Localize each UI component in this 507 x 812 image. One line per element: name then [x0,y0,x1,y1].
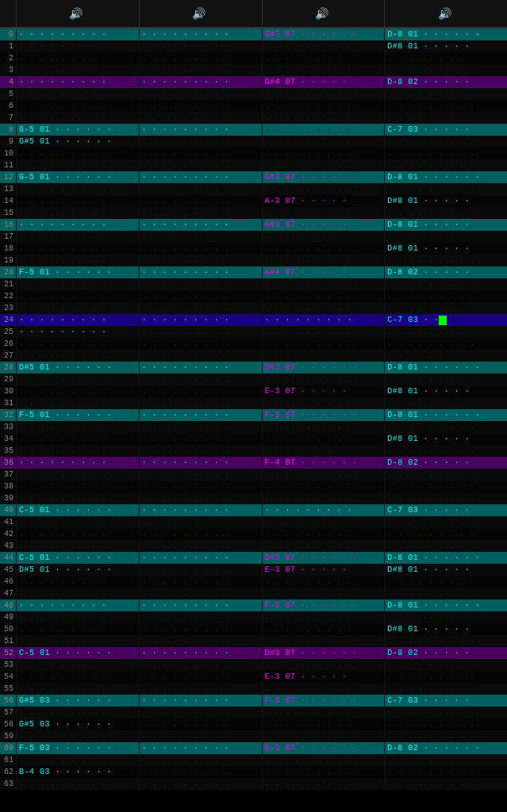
cell-ch2[interactable]: . . . . . . . . . [139,766,262,778]
cell-ch1[interactable]: · · · · · · · · · [16,457,139,469]
cell-ch2[interactable]: . . . . . . . . . [139,100,262,112]
cell-ch4[interactable]: D-8 01 · · · · · · [384,29,507,40]
cell-ch2[interactable]: . . . . . . . . . [139,730,262,742]
tracker-row[interactable]: 28D#5 01 · · · · · ·· · · · · · · · ·D#3… [0,362,507,373]
cell-ch2[interactable]: · · · · · · · · · [139,409,262,421]
cell-ch3[interactable]: . . . . . . . . . [262,100,385,112]
cell-ch2[interactable]: · · · · · · · · · [139,29,262,40]
tracker-row[interactable]: 55. . . . . . . . .. . . . . . . . .. . … [0,683,507,695]
cell-ch4[interactable]: D-8 01 · · · · · · [384,362,507,373]
cell-ch2[interactable]: . . . . . . . . . [139,207,262,219]
cell-ch1[interactable]: . . . . . . . . . [16,290,139,302]
tracker-row[interactable]: 35. . . . . . . . .. . . . . . . . .. . … [0,445,507,457]
cell-ch4[interactable]: . . . . . . . . . [384,112,507,124]
tracker-row[interactable]: 7. . . . . . . . .. . . . . . . . .. . .… [0,112,507,124]
tracker-row[interactable]: 2. . . . . . . . .. . . . . . . . .. . .… [0,52,507,64]
cell-ch2[interactable]: . . . . . . . . . [139,88,262,100]
cell-ch1[interactable]: G#5 01 · · · · · · [16,136,139,147]
cell-ch2[interactable]: . . . . . . . . . [139,481,262,492]
cell-ch2[interactable]: . . . . . . . . . [139,350,262,362]
cell-ch3[interactable]: . . . . . . . . . [262,159,385,171]
cell-ch2[interactable]: . . . . . . . . . [139,659,262,671]
channel-header-duty2[interactable]: 🔊 [139,0,262,27]
cell-ch1[interactable]: . . . . . . . . . [16,516,139,528]
cell-ch2[interactable]: · · · · · · · · · [139,552,262,564]
cell-ch1[interactable]: . . . . . . . . . [16,338,139,350]
cell-ch1[interactable]: · · · · · · · · · [16,314,139,326]
cell-ch4[interactable]: . . . . . . . . . [384,718,507,730]
cell-ch2[interactable]: . . . . . . . . . [139,433,262,445]
tracker-row[interactable]: 9G#5 01 · · · · · ·. . . . . . . . .. . … [0,136,507,147]
cell-ch2[interactable]: . . . . . . . . . [139,159,262,171]
cell-ch1[interactable]: . . . . . . . . . [16,243,139,255]
cell-ch1[interactable]: . . . . . . . . . [16,385,139,397]
tracker-row[interactable]: 12G-5 01 · · · · · ·· · · · · · · · ·G#3… [0,171,507,183]
tracker-row[interactable]: 38. . . . . . . . .. . . . . . . . .. . … [0,481,507,492]
cell-ch1[interactable]: . . . . . . . . . [16,195,139,207]
cell-ch4[interactable]: . . . . . . . . . [384,516,507,528]
cell-ch3[interactable]: . . . . . . . . . [262,469,385,481]
cell-ch4[interactable]: . . . . . . . . . [384,778,507,790]
tracker-row[interactable]: 31. . . . . . . . .. . . . . . . . .. . … [0,397,507,409]
tracker-row[interactable]: 40C-5 01 · · · · · ·· · · · · · · · ·· ·… [0,504,507,516]
cell-ch3[interactable]: . . . . . . . . . [262,635,385,647]
cell-ch3[interactable]: F-4 07 · · · · · · [262,457,385,469]
cell-ch3[interactable]: . . . . . . . . . [262,290,385,302]
tracker-row[interactable]: 1· · · · · · · · ·· · · · · · · · ·· · ·… [0,40,507,52]
cell-ch2[interactable]: . . . . . . . . . [139,385,262,397]
tracker-row[interactable]: 41. . . . . . . . .. . . . . . . . .. . … [0,516,507,528]
cell-ch3[interactable]: . . . . . . . . . [262,683,385,695]
cell-ch1[interactable]: C-5 01 · · · · · · [16,552,139,564]
cell-ch1[interactable]: . . . . . . . . . [16,159,139,171]
cell-ch1[interactable]: G#5 03 · · · · · · [16,695,139,707]
cell-ch3[interactable]: D#3 07 · · · · · · [262,362,385,373]
tracker-row[interactable]: 48· · · · · · · · ·· · · · · · · · ·F-3 … [0,599,507,611]
cell-ch4[interactable]: . . . . . . . . . [384,730,507,742]
tracker-row[interactable]: 11. . . . . . . . .. . . . . . . . .. . … [0,159,507,171]
cell-ch4[interactable]: . . . . . . . . . [384,469,507,481]
cell-ch2[interactable]: · · · · · · · · · [139,362,262,373]
cell-ch2[interactable]: . . . . . . . . . [139,611,262,623]
cell-ch3[interactable]: . . . . . . . . . [262,766,385,778]
cell-ch4[interactable]: . . . . . . . . . [384,147,507,159]
cell-ch4[interactable]: C-7 03 · · · · · [384,124,507,136]
cell-ch3[interactable]: A#3 07 · · · · · [262,219,385,231]
cell-ch1[interactable]: · · · · · · · · · [16,599,139,611]
cell-ch1[interactable]: . . . . . . . . . [16,778,139,790]
cell-ch1[interactable]: . . . . . . . . . [16,659,139,671]
tracker-row[interactable]: 37. . . . . . . . .. . . . . . . . .. . … [0,469,507,481]
tracker-row[interactable]: 49. . . . . . . . .. . . . . . . . .. . … [0,611,507,623]
cell-ch2[interactable]: . . . . . . . . . [139,421,262,433]
cell-ch2[interactable]: . . . . . . . . . [139,397,262,409]
cell-ch4[interactable]: D-8 01 · · · · · · [384,599,507,611]
tracker-row[interactable]: 32F-5 01 · · · · · ·· · · · · · · · ·F-3… [0,409,507,421]
cell-ch2[interactable]: · · · · · · · · · [139,266,262,278]
cell-ch1[interactable]: F-5 01 · · · · · · [16,409,139,421]
cell-ch4[interactable]: . . . . . . . . . [384,611,507,623]
cell-ch4[interactable]: D#8 01 · · · · · [384,433,507,445]
cell-ch4[interactable]: D#8 01 · · · · · [384,385,507,397]
cell-ch3[interactable]: . . . . . . . . . [262,397,385,409]
tracker-row[interactable]: 13. . . . . . . . .. . . . . . . . .. . … [0,183,507,195]
cell-ch3[interactable]: . . . . . . . . . [262,338,385,350]
cell-ch2[interactable]: . . . . . . . . . [139,373,262,385]
cell-ch3[interactable]: A#4 07 · · · · · [262,266,385,278]
cell-ch1[interactable]: . . . . . . . . . [16,231,139,243]
cell-ch1[interactable]: F-5 03 · · · · · · [16,742,139,754]
cell-ch4[interactable]: D-8 02 · · · · · [384,76,507,88]
tracker-row[interactable]: 39. . . . . . . . .. . . . . . . . .. . … [0,492,507,504]
cell-ch4[interactable]: . . . . . . . . . [384,136,507,147]
cell-ch1[interactable]: · · · · · · · · · [16,29,139,40]
cell-ch1[interactable]: . . . . . . . . . [16,88,139,100]
cell-ch2[interactable]: . . . . . . . . . [139,338,262,350]
cell-ch3[interactable]: . . . . . . . . . [262,64,385,76]
tracker-row[interactable]: 56G#5 03 · · · · · ·· · · · · · · · ·F-3… [0,695,507,707]
cell-ch1[interactable]: . . . . . . . . . [16,207,139,219]
cell-ch3[interactable]: . . . . . . . . . [262,778,385,790]
cell-ch3[interactable]: . . . . . . . . . [262,433,385,445]
cell-ch4[interactable]: . . . . . . . . . [384,421,507,433]
tracker-row[interactable]: 29. . . . . . . . .. . . . . . . . .. . … [0,373,507,385]
cell-ch3[interactable]: . . . . . . . . . [262,52,385,64]
tracker-row[interactable]: 36· · · · · · · · ·· · · · · · · · ·F-4 … [0,457,507,469]
cell-ch4[interactable]: . . . . . . . . . [384,350,507,362]
